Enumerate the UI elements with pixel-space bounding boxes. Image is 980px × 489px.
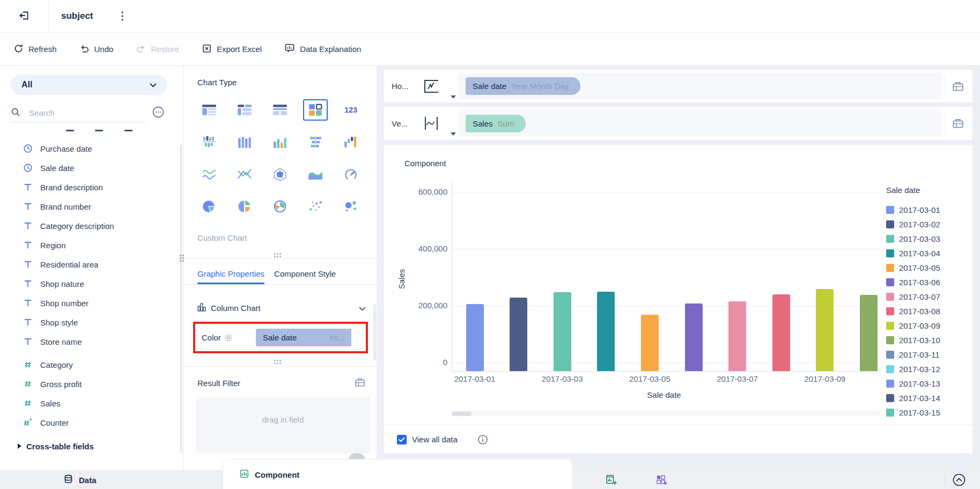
result-filter-dropzone[interactable]: drag in field: [196, 397, 370, 453]
search-input[interactable]: [28, 108, 121, 118]
field-item-residential-area[interactable]: Residential area: [0, 255, 183, 274]
bar-2017-03-08[interactable]: [772, 294, 790, 371]
bar-2017-03-04[interactable]: [597, 292, 615, 372]
panel-scrollbar[interactable]: [373, 304, 376, 360]
chart-type-radar[interactable]: [268, 164, 292, 185]
dataset-selector[interactable]: All: [11, 75, 167, 95]
legend-item-2017-03-12[interactable]: 2017-03-12: [886, 362, 971, 376]
tab-graphic-properties[interactable]: Graphic Properties: [197, 265, 264, 284]
field-item-purchase-date[interactable]: Purchase date: [0, 139, 183, 158]
color-field-pill[interactable]: Sale date Ye...: [256, 329, 351, 346]
field-item-gross-profit[interactable]: Gross profit: [0, 374, 183, 394]
undo-button[interactable]: Undo: [79, 43, 114, 55]
sidebar-scrollbar[interactable]: [180, 145, 182, 453]
horizontal-field-pill[interactable]: Sale date Year Month Day: [466, 77, 580, 95]
back-button[interactable]: [0, 0, 49, 32]
column-chart-section-header[interactable]: Column Chart: [197, 301, 366, 315]
field-item-counter[interactable]: Counter: [0, 413, 183, 432]
chart-type-waterfall[interactable]: [338, 131, 363, 153]
chart-type-area[interactable]: [303, 164, 328, 185]
bar-2017-03-07[interactable]: [728, 301, 746, 371]
chart-type-multi-pie[interactable]: [232, 196, 257, 217]
legend-item-2017-03-15[interactable]: 2017-03-15: [886, 405, 971, 420]
restore-button[interactable]: Restore: [136, 43, 179, 55]
caret-down-icon[interactable]: [451, 91, 456, 100]
panel-resize-handle[interactable]: [180, 255, 185, 263]
tab-data[interactable]: Data: [63, 471, 97, 489]
vertical-shelf-dropzone[interactable]: Sales Sum: [459, 110, 941, 137]
field-item-sale-date[interactable]: Sale date: [0, 158, 183, 177]
field-item-brand-number[interactable]: Brand number: [0, 197, 183, 216]
chart-type-gauge[interactable]: [338, 164, 363, 185]
chart-type-column[interactable]: [232, 131, 257, 153]
bar-2017-03-05[interactable]: [641, 315, 659, 371]
vertical-axis-icon[interactable]: [422, 115, 441, 132]
chart-type-multi-series-column[interactable]: [268, 131, 292, 153]
refresh-button[interactable]: Refresh: [13, 43, 57, 55]
field-item-category[interactable]: Category: [0, 355, 183, 374]
legend-item-2017-03-11[interactable]: 2017-03-11: [886, 347, 971, 362]
chart-type-cross-table[interactable]: [268, 99, 292, 121]
chart-type-grouped-table[interactable]: [232, 99, 257, 121]
cross-table-fields-group[interactable]: Cross-table fields: [18, 438, 94, 454]
legend-item-2017-03-09[interactable]: 2017-03-09: [886, 318, 971, 333]
field-item-store-name[interactable]: Store name: [0, 332, 183, 351]
add-chart-component-icon[interactable]: [605, 471, 617, 489]
chart-type-pie[interactable]: [197, 196, 222, 217]
field-item-region[interactable]: Region: [0, 235, 183, 255]
chart-type-rose[interactable]: [268, 196, 292, 217]
legend-item-2017-03-05[interactable]: 2017-03-05: [886, 261, 971, 275]
custom-chart-label[interactable]: Custom Chart: [197, 233, 247, 242]
legend-item-2017-03-07[interactable]: 2017-03-07: [886, 290, 971, 304]
bar-2017-03-06[interactable]: [685, 303, 703, 371]
export-excel-button[interactable]: Export Excel: [202, 43, 262, 55]
field-item-shop-style[interactable]: Shop style: [0, 313, 183, 332]
horizontal-axis-icon[interactable]: [422, 78, 441, 95]
tab-component[interactable]: Component: [223, 459, 573, 489]
bar-2017-03-03[interactable]: [554, 292, 571, 371]
chart-type-bar[interactable]: [303, 131, 328, 153]
chart-type-table[interactable]: [197, 99, 222, 121]
legend-item-2017-03-03[interactable]: 2017-03-03: [886, 232, 971, 246]
legend-item-2017-03-04[interactable]: 2017-03-04: [886, 246, 971, 261]
field-item-shop-number[interactable]: Shop number: [0, 293, 183, 313]
field-settings-icon[interactable]: [152, 106, 165, 120]
scrollbar-thumb[interactable]: [452, 411, 471, 416]
legend-item-2017-03-06[interactable]: 2017-03-06: [886, 275, 971, 290]
horizontal-shelf-dropzone[interactable]: Sale date Year Month Day: [459, 73, 941, 99]
add-dashboard-component-icon[interactable]: [655, 471, 668, 489]
briefcase-icon[interactable]: [354, 376, 366, 390]
legend-item-2017-03-01[interactable]: 2017-03-01: [886, 203, 971, 217]
field-item-sales[interactable]: Sales: [0, 394, 183, 413]
caret-down-icon[interactable]: [451, 128, 456, 137]
field-item-category-description[interactable]: Category description: [0, 216, 183, 235]
briefcase-icon[interactable]: [952, 80, 964, 93]
chart-type-multi-kpi[interactable]: [303, 99, 328, 121]
bar-2017-03-10[interactable]: [860, 295, 878, 371]
legend-item-2017-03-10[interactable]: 2017-03-10: [886, 333, 971, 347]
chart-type-kpi-card[interactable]: 123: [338, 99, 363, 121]
section-drag-handle[interactable]: [274, 360, 282, 365]
chart-type-bubble[interactable]: [338, 196, 363, 217]
bar-2017-03-02[interactable]: [510, 298, 527, 371]
chart-type-multi-line[interactable]: [232, 164, 257, 185]
legend-item-2017-03-08[interactable]: 2017-03-08: [886, 304, 971, 318]
briefcase-icon[interactable]: [952, 117, 964, 130]
tab-component-style[interactable]: Component Style: [274, 265, 336, 284]
legend-item-2017-03-13[interactable]: 2017-03-13: [886, 376, 971, 391]
view-all-data-checkbox[interactable]: [397, 435, 407, 444]
legend-item-2017-03-14[interactable]: 2017-03-14: [886, 391, 971, 405]
bar-2017-03-01[interactable]: [466, 304, 484, 371]
info-icon[interactable]: [477, 434, 488, 445]
chart-type-line[interactable]: [197, 164, 222, 185]
chart-type-stacked-column[interactable]: [197, 131, 222, 153]
collapse-panel-icon[interactable]: [952, 471, 966, 489]
legend-item-2017-03-02[interactable]: 2017-03-02: [886, 217, 971, 232]
kebab-menu-icon[interactable]: [117, 10, 128, 23]
gear-icon[interactable]: [224, 334, 233, 342]
field-item-brand-description[interactable]: Brand description: [0, 177, 183, 197]
field-item-shop-nature[interactable]: Shop nature: [0, 274, 183, 293]
data-explanation-button[interactable]: Data Explanation: [284, 43, 361, 55]
vertical-field-pill[interactable]: Sales Sum: [466, 115, 526, 132]
chart-type-scatter[interactable]: [303, 196, 328, 217]
